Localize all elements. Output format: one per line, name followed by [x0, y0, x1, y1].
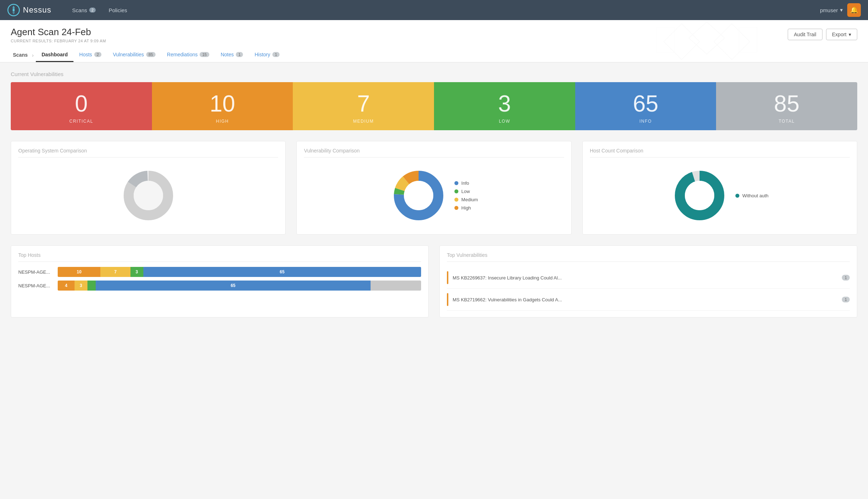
vuln-list: MS KB2269637: Insecure Library Loading C… [447, 267, 850, 311]
vuln-item-1-badge: 1 [842, 275, 850, 281]
nav-scans[interactable]: Scans 2 [66, 0, 102, 20]
current-vulnerabilities-section: Current Vulnerabilities 0 CRITICAL 10 HI… [11, 71, 857, 130]
os-donut-chart [120, 167, 177, 224]
notifications-button[interactable]: 🔔 [847, 3, 861, 17]
header-title-area: Agent Scan 24-Feb CURRENT RESULTS: FEBRU… [11, 27, 106, 43]
tab-hosts[interactable]: Hosts 2 [73, 48, 107, 62]
vuln-card-critical[interactable]: 0 CRITICAL [11, 82, 152, 130]
tab-notes[interactable]: Notes 1 [215, 48, 249, 62]
info-count: 65 [581, 92, 711, 115]
page-subtitle: CURRENT RESULTS: FEBRUARY 24 AT 9:09 AM [11, 39, 106, 43]
high-label: HIGH [158, 119, 287, 124]
page-title: Agent Scan 24-Feb [11, 27, 106, 38]
svg-marker-2 [664, 24, 700, 60]
bottom-row: Top Hosts NESPM-AGE... 10 7 3 65 NESPM-A… [11, 245, 857, 317]
tab-history-badge: 1 [272, 52, 280, 57]
vuln-donut-chart [390, 167, 447, 224]
host-row-1: NESPM-AGE... 10 7 3 65 [18, 267, 421, 277]
vuln-item-2[interactable]: MS KB2719662: Vulnerabilities in Gadgets… [447, 289, 850, 311]
vuln-item-1-left: MS KB2269637: Insecure Library Loading C… [447, 271, 562, 284]
legend-info: Info [454, 180, 478, 186]
tab-hosts-badge: 2 [94, 52, 101, 57]
vuln-card-total[interactable]: 85 TOTAL [716, 82, 857, 130]
medium-count: 7 [299, 92, 428, 115]
legend-medium: Medium [454, 197, 478, 202]
tab-dashboard[interactable]: Dashboard [36, 48, 73, 62]
bell-icon: 🔔 [850, 6, 858, 14]
svg-point-1 [13, 9, 15, 11]
tab-vulnerabilities[interactable]: Vulnerabilities 85 [107, 48, 161, 62]
medium-label: MEDIUM [299, 119, 428, 124]
vuln-legend: Info Low Medium High [454, 180, 478, 211]
legend-low-dot [454, 189, 458, 193]
host-count-chart-body: Without auth [590, 163, 850, 228]
host-2-low-seg [87, 281, 96, 291]
nav-policies[interactable]: Policies [102, 0, 134, 20]
host-2-name: NESPM-AGE... [18, 283, 54, 288]
top-navigation: Nessus Scans 2 Policies pmuser ▾ 🔔 [0, 0, 868, 20]
legend-without-auth-dot [735, 194, 739, 198]
critical-label: CRITICAL [16, 119, 146, 124]
svg-marker-3 [689, 22, 725, 54]
host-1-low-seg: 3 [130, 267, 143, 277]
host-1-name: NESPM-AGE... [18, 269, 54, 275]
host-2-bar[interactable]: 4 3 65 [58, 281, 421, 291]
svg-point-14 [404, 181, 433, 210]
tab-remediations[interactable]: Remediations 15 [161, 48, 215, 62]
vuln-card-high[interactable]: 10 HIGH [152, 82, 293, 130]
audit-trail-button[interactable]: Audit Trail [788, 29, 822, 40]
chevron-down-icon: ▾ [840, 7, 843, 13]
tab-notes-badge: 1 [236, 52, 243, 57]
breadcrumb-scans[interactable]: Scans [11, 48, 30, 62]
total-label: TOTAL [722, 119, 852, 124]
os-chart-panel: Operating System Comparison [11, 141, 286, 235]
top-hosts-panel: Top Hosts NESPM-AGE... 10 7 3 65 NESPM-A… [11, 245, 429, 317]
low-label: LOW [440, 119, 569, 124]
host-1-bar[interactable]: 10 7 3 65 [58, 267, 421, 277]
host-2-info-seg: 65 [96, 281, 370, 291]
tab-history[interactable]: History 1 [249, 48, 285, 62]
host-count-chart-panel: Host Count Comparison Without auth [582, 141, 857, 235]
high-count: 10 [158, 92, 287, 115]
legend-medium-dot [454, 198, 458, 202]
tab-vuln-badge: 85 [146, 52, 156, 57]
os-donut-svg [120, 167, 177, 224]
critical-count: 0 [16, 92, 146, 115]
user-menu[interactable]: pmuser ▾ [820, 7, 843, 13]
page-header: Agent Scan 24-Feb CURRENT RESULTS: FEBRU… [0, 20, 868, 62]
vuln-item-1[interactable]: MS KB2269637: Insecure Library Loading C… [447, 267, 850, 289]
svg-point-9 [134, 181, 163, 210]
os-chart-title: Operating System Comparison [18, 148, 278, 157]
logo-area[interactable]: Nessus [7, 4, 51, 17]
top-vulns-title: Top Vulnerabilities [447, 252, 850, 262]
low-count: 3 [440, 92, 569, 115]
vuln-chart-body: Info Low Medium High [304, 163, 564, 228]
tab-remediations-badge: 15 [200, 52, 209, 57]
vuln-card-low[interactable]: 3 LOW [434, 82, 575, 130]
vuln-card-info[interactable]: 65 INFO [575, 82, 716, 130]
host-count-chart-title: Host Count Comparison [590, 148, 850, 157]
host-2-high-seg: 4 [58, 281, 75, 291]
vuln-card-medium[interactable]: 7 MEDIUM [293, 82, 434, 130]
legend-high: High [454, 205, 478, 211]
vuln-cards-row: 0 CRITICAL 10 HIGH 7 MEDIUM 3 LOW 65 INF… [11, 82, 857, 130]
export-button[interactable]: Export ▾ [826, 29, 857, 40]
breadcrumb-separator: › [32, 52, 34, 58]
host-1-high-seg: 10 [58, 267, 100, 277]
host-2-gray-seg [371, 281, 421, 291]
header-actions: Audit Trail Export ▾ [788, 29, 857, 40]
vuln-accent-1 [447, 271, 448, 284]
host-count-donut [671, 167, 728, 224]
vuln-accent-2 [447, 293, 448, 306]
legend-low: Low [454, 189, 478, 194]
legend-high-dot [454, 206, 458, 210]
charts-row: Operating System Comparison Vulnerabilit… [11, 141, 857, 235]
top-hosts-title: Top Hosts [18, 252, 421, 262]
nav-right: pmuser ▾ 🔔 [820, 3, 861, 17]
nav-links: Scans 2 Policies [66, 0, 820, 20]
header-bg-graphic [635, 20, 778, 63]
total-count: 85 [722, 92, 852, 115]
current-vuln-title: Current Vulnerabilities [11, 71, 857, 77]
legend-info-dot [454, 181, 458, 185]
vuln-item-2-left: MS KB2719662: Vulnerabilities in Gadgets… [447, 293, 562, 306]
